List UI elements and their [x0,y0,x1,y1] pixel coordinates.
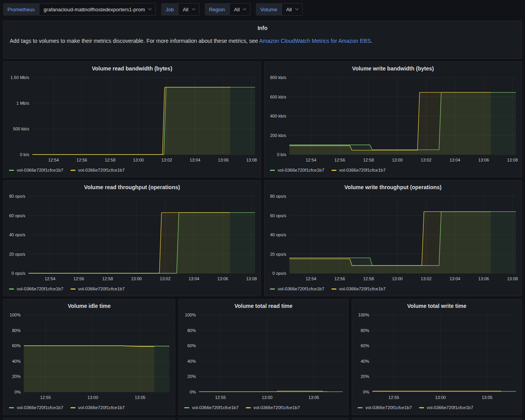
legend-series-label: vol-0366e720f1cfce1b7 [254,405,300,410]
svg-text:13:00: 13:00 [392,158,403,162]
var-volume-picker[interactable]: All [282,3,303,16]
chart-volume-total-read-time[interactable]: 12:5513:0013:050%20%40%60%80%100% [179,313,348,403]
variables-bar: Prometheus grafanacloud-mattnolfhostedex… [3,3,522,18]
legend-item[interactable]: vol-0366e720f1cfce1b7 [70,405,125,410]
legend-series-swatch [70,288,76,290]
svg-text:13:00: 13:00 [131,276,142,281]
legend: vol-0366e720f1cfce1b7vol-0366e720f1cfce1… [352,403,521,415]
legend-series-label: vol-0366e720f1cfce1b7 [427,405,474,410]
cloudwatch-metrics-link[interactable]: Amazon CloudWatch Metrics for Amazon EBS [259,38,371,44]
chart-volume-read-throughput[interactable]: 12:5412:5612:5813:0013:0213:0413:0613:08… [4,194,261,284]
info-text-before: Add tags to volumes to make their metric… [10,38,259,44]
svg-text:80%: 80% [12,328,21,333]
panel-title[interactable]: Volume write throughput (operations) [264,181,521,194]
svg-text:13:02: 13:02 [421,276,432,281]
var-volume: Volume All [256,3,303,16]
var-region-picker[interactable]: All [229,3,250,16]
legend-item[interactable]: vol-0366e720f1cfce1b7 [184,405,239,410]
var-datasource-label: Prometheus [3,3,39,16]
legend-series-swatch [70,407,76,408]
svg-text:80 ops/s: 80 ops/s [270,194,286,199]
svg-text:40 ops/s: 40 ops/s [270,232,286,237]
svg-text:60%: 60% [187,343,196,348]
svg-text:100%: 100% [185,313,196,317]
legend-item[interactable]: vol-0366e720f1cfce1b7 [270,286,324,291]
legend-item[interactable]: vol-0366e720f1cfce1b7 [9,286,63,291]
legend: vol-0366e720f1cfce1b7vol-0366e720f1cfce1… [264,165,521,177]
svg-text:0 ops/s: 0 ops/s [12,271,26,276]
legend-series-label: vol-0366e720f1cfce1b7 [278,168,324,172]
legend-item[interactable]: vol-0366e720f1cfce1b7 [331,286,386,291]
chevron-down-icon [243,7,246,10]
var-datasource: Prometheus grafanacloud-mattnolfhostedex… [3,3,156,16]
legend-series-label: vol-0366e720f1cfce1b7 [17,286,63,291]
svg-text:13:00: 13:00 [88,395,99,400]
legend-series-swatch [331,288,336,290]
chart-volume-write-bandwidth[interactable]: 12:5412:5612:5813:0013:0213:0413:0613:08… [264,75,521,165]
legend: vol-0366e720f1cfce1b7vol-0366e720f1cfce1… [4,403,175,415]
legend-item[interactable]: vol-0366e720f1cfce1b7 [331,168,386,172]
svg-text:12:58: 12:58 [105,158,116,162]
legend-series-swatch [9,288,14,290]
partial-panel [3,418,175,420]
legend-series-label: vol-0366e720f1cfce1b7 [278,286,324,291]
chart-volume-idle-time[interactable]: 12:5513:0013:050%20%40%60%80%100% [4,313,175,403]
legend-item[interactable]: vol-0366e720f1cfce1b7 [358,405,412,410]
svg-text:13:02: 13:02 [421,158,432,162]
svg-text:12:54: 12:54 [45,276,56,281]
svg-text:60%: 60% [12,343,21,348]
panel-title[interactable]: Volume read throughput (operations) [4,181,261,194]
legend: vol-0366e720f1cfce1b7vol-0366e720f1cfce1… [4,284,261,296]
svg-text:60%: 60% [361,343,369,348]
var-region-label: Region [205,3,229,16]
legend-item[interactable]: vol-0366e720f1cfce1b7 [70,286,125,291]
panel-volume-total-read-time: Volume total read time 12:5513:0013:050%… [178,299,349,415]
panel-title[interactable]: Volume read bandwidth (bytes) [4,62,261,75]
svg-text:13:06: 13:06 [217,276,228,281]
legend: vol-0366e720f1cfce1b7vol-0366e720f1cfce1… [179,403,348,415]
legend-series-swatch [70,170,76,171]
var-datasource-picker[interactable]: grafanacloud-mattnolfhostedexporters1-pr… [39,3,156,16]
var-region: Region All [205,3,251,16]
legend-item[interactable]: vol-0366e720f1cfce1b7 [9,168,63,172]
panel-title[interactable]: Volume write bandwidth (bytes) [264,62,521,75]
chart-row-1: Volume read bandwidth (bytes) 12:5412:56… [3,62,522,177]
svg-text:500 kb/s: 500 kb/s [13,127,29,131]
var-volume-value: All [286,7,292,12]
legend-item[interactable]: vol-0366e720f1cfce1b7 [246,405,300,410]
chart-volume-write-throughput[interactable]: 12:5412:5612:5813:0013:0213:0413:0613:08… [264,194,521,284]
legend-item[interactable]: vol-0366e720f1cfce1b7 [270,168,324,172]
svg-text:12:54: 12:54 [48,158,59,162]
panel-volume-write-bandwidth: Volume write bandwidth (bytes) 12:5412:5… [264,62,522,177]
legend-series-swatch [246,407,251,408]
svg-text:13:04: 13:04 [190,158,201,162]
svg-text:20 ops/s: 20 ops/s [270,252,286,257]
legend-item[interactable]: vol-0366e720f1cfce1b7 [70,168,125,172]
chart-volume-read-bandwidth[interactable]: 12:5412:5612:5813:0013:0213:0413:0613:08… [4,75,261,165]
info-panel-title[interactable]: Info [10,25,515,31]
svg-text:12:56: 12:56 [335,276,345,281]
svg-text:0%: 0% [363,390,369,394]
svg-text:0 b/s: 0 b/s [20,152,29,157]
chart-row-4-partial [3,418,522,420]
svg-text:80 ops/s: 80 ops/s [9,194,25,199]
partial-panel [178,418,349,420]
panel-title[interactable]: Volume idle time [4,299,175,313]
legend-series-swatch [9,170,14,171]
svg-text:13:06: 13:06 [478,276,489,281]
var-job-picker[interactable]: All [178,3,199,16]
svg-text:20%: 20% [187,374,196,379]
legend-series-label: vol-0366e720f1cfce1b7 [365,405,412,410]
legend-item[interactable]: vol-0366e720f1cfce1b7 [9,405,63,410]
legend-series-label: vol-0366e720f1cfce1b7 [192,405,239,410]
panel-volume-write-throughput: Volume write throughput (operations) 12:… [264,180,522,296]
svg-text:200 kb/s: 200 kb/s [270,133,286,138]
panel-title[interactable]: Volume total write time [352,299,521,313]
var-job: Job All [161,3,199,16]
chart-volume-total-write-time[interactable]: 12:5513:0013:050%20%40%60%80%100% [352,313,521,403]
panel-title[interactable]: Volume total read time [179,299,348,313]
legend-series-swatch [331,170,336,171]
svg-text:12:55: 12:55 [388,395,399,400]
legend: vol-0366e720f1cfce1b7vol-0366e720f1cfce1… [264,284,521,296]
legend-item[interactable]: vol-0366e720f1cfce1b7 [419,405,474,410]
